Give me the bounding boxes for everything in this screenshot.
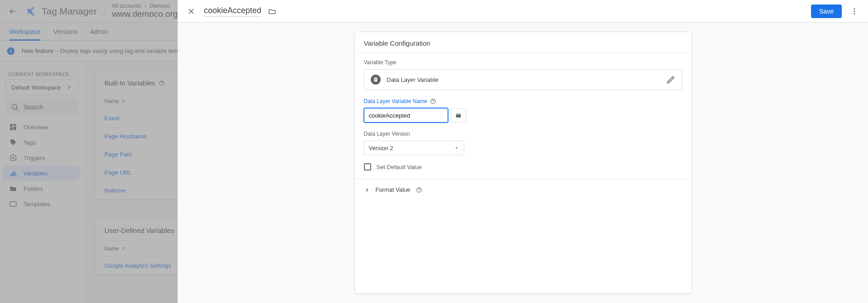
tag-icon (9, 138, 17, 147)
variable-type-label: Variable Type (364, 59, 682, 66)
svg-point-19 (854, 8, 855, 9)
search-icon (11, 103, 19, 111)
tab-workspace[interactable]: Workspace (9, 23, 41, 40)
breadcrumb[interactable]: All accounts Democo (112, 3, 186, 9)
svg-point-6 (12, 104, 17, 109)
format-value-label: Format Value (376, 186, 410, 193)
svg-rect-23 (375, 79, 377, 79)
svg-rect-28 (457, 114, 458, 115)
sidebar-item-label: Folders (24, 185, 43, 192)
breadcrumb-root: All accounts (112, 3, 142, 9)
tab-admin[interactable]: Admin (90, 23, 108, 40)
dlv-version-select[interactable]: Version 2 (364, 141, 464, 155)
dlv-name-input[interactable] (364, 108, 448, 123)
sidebar-item-label: Tags (24, 139, 36, 146)
svg-point-21 (854, 13, 855, 14)
arrow-left-icon (8, 7, 17, 16)
info-icon (6, 47, 15, 56)
divider (104, 5, 105, 18)
set-default-value-checkbox[interactable]: Set Default Value (364, 163, 682, 170)
save-button[interactable]: Save (811, 5, 842, 18)
format-value-toggle[interactable]: Format Value (355, 179, 691, 200)
config-card-title: Variable Configuration (355, 32, 691, 52)
select-value: Version 2 (369, 145, 393, 152)
chevron-right-icon (364, 187, 370, 193)
variable-configuration-card: Variable Configuration Variable Type Dat… (354, 32, 692, 294)
svg-rect-13 (10, 174, 11, 176)
search-input[interactable]: Search (5, 99, 78, 115)
sidebar-item-label: Variables (24, 170, 47, 177)
more-vert-icon (850, 7, 859, 15)
more-menu-button[interactable] (845, 2, 863, 20)
sidebar-item-label: Templates (24, 201, 50, 208)
svg-rect-14 (12, 173, 13, 176)
card-title: User-Defined Variables (104, 227, 174, 234)
svg-rect-16 (15, 173, 16, 176)
variable-type-selector[interactable]: Data Layer Variable (364, 69, 682, 90)
close-button[interactable] (182, 2, 200, 20)
help-icon[interactable] (416, 187, 422, 193)
column-header-name[interactable]: Name (104, 246, 119, 252)
variable-title[interactable]: cookieAccepted (204, 6, 261, 17)
sidebar-item-folders[interactable]: Folders (3, 181, 81, 196)
folder-icon (9, 185, 17, 193)
data-layer-icon (371, 75, 381, 85)
workspace-name: Default Workspace (11, 84, 61, 91)
caret-down-icon (454, 145, 459, 151)
svg-point-12 (12, 157, 14, 159)
variable-editor-panel: cookieAccepted Save Variable Configurati… (178, 0, 868, 303)
svg-rect-4 (10, 50, 11, 53)
svg-rect-7 (10, 124, 13, 127)
svg-rect-9 (14, 127, 16, 130)
trigger-icon (9, 154, 17, 162)
svg-rect-5 (10, 49, 11, 50)
card-title: Built-In Variables (104, 79, 155, 87)
chevron-right-icon (143, 4, 148, 9)
tag-manager-logo-icon (24, 5, 36, 18)
workspace-section-label: CURRENT WORKSPACE (3, 65, 81, 80)
brand: Tag Manager (24, 5, 97, 18)
folder-picker-button[interactable] (265, 4, 279, 19)
dashboard-icon (9, 123, 17, 131)
breadcrumb-account: Democo (150, 3, 170, 9)
arrow-up-icon (121, 246, 126, 251)
close-icon (187, 7, 196, 16)
sidebar-item-triggers[interactable]: Triggers (3, 150, 81, 166)
search-placeholder: Search (24, 104, 43, 111)
svg-rect-24 (375, 80, 377, 80)
sidebar-item-label: Overview (24, 124, 48, 131)
sidebar-item-tags[interactable]: Tags (3, 135, 81, 150)
svg-rect-8 (14, 124, 16, 126)
folder-icon (268, 7, 276, 15)
back-button[interactable] (4, 2, 22, 20)
sidebar-item-label: Triggers (24, 155, 45, 161)
workspace-selector[interactable]: Default Workspace (5, 80, 78, 95)
svg-point-20 (854, 10, 855, 12)
variable-type-value: Data Layer Variable (387, 76, 660, 83)
help-icon[interactable] (430, 98, 436, 104)
tab-versions[interactable]: Versions (53, 23, 78, 40)
svg-rect-17 (10, 202, 16, 207)
sidebar-item-overview[interactable]: Overview (3, 119, 81, 135)
svg-rect-10 (10, 128, 13, 130)
svg-rect-15 (14, 171, 15, 176)
checkbox-label: Set Default Value (377, 164, 422, 170)
dlv-version-label: Data Layer Version (364, 131, 682, 137)
column-header-name[interactable]: Name (104, 98, 119, 104)
pencil-icon[interactable] (666, 75, 675, 84)
svg-rect-27 (456, 115, 461, 118)
product-name: Tag Manager (42, 6, 97, 17)
container-selector[interactable]: www.democo.org (112, 9, 186, 19)
chevron-right-icon (66, 84, 72, 90)
variable-picker-button[interactable] (451, 108, 466, 123)
variables-icon (9, 169, 17, 177)
help-icon[interactable] (159, 80, 165, 86)
svg-rect-25 (375, 80, 376, 81)
lego-brick-icon (455, 112, 462, 119)
sidebar-item-templates[interactable]: Templates (3, 196, 81, 212)
svg-point-2 (31, 12, 34, 15)
sidebar-item-variables[interactable]: Variables (3, 166, 81, 181)
template-icon (9, 200, 17, 208)
checkbox-icon (364, 163, 371, 170)
container-name: www.democo.org (112, 9, 178, 19)
